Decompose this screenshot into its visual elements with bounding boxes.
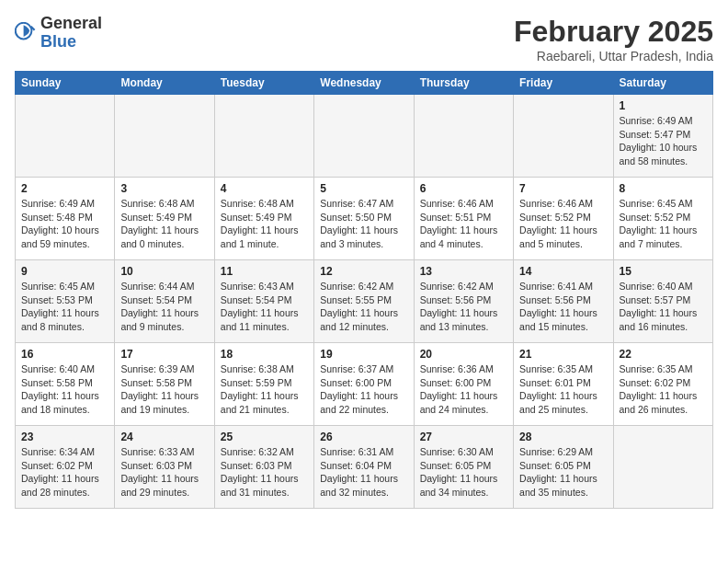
day-header-saturday: Saturday: [613, 72, 712, 95]
calendar-table: SundayMondayTuesdayWednesdayThursdayFrid…: [15, 71, 713, 509]
calendar-cell: [414, 95, 513, 178]
day-header-sunday: Sunday: [16, 72, 115, 95]
day-number: 2: [21, 182, 108, 195]
day-number: 19: [320, 348, 407, 361]
day-number: 1: [620, 99, 707, 112]
day-number: 25: [221, 431, 308, 443]
week-row-2: 2Sunrise: 6:49 AM Sunset: 5:48 PM Daylig…: [16, 178, 713, 260]
calendar-cell: [514, 95, 613, 178]
day-number: 10: [120, 265, 208, 278]
calendar-cell: 21Sunrise: 6:35 AM Sunset: 6:01 PM Dayli…: [514, 343, 613, 426]
calendar-cell: 17Sunrise: 6:39 AM Sunset: 5:58 PM Dayli…: [115, 343, 214, 426]
day-number: 20: [420, 348, 507, 361]
calendar-cell: 11Sunrise: 6:43 AM Sunset: 5:54 PM Dayli…: [214, 260, 313, 343]
day-info: Sunrise: 6:46 AM Sunset: 5:51 PM Dayligh…: [420, 197, 507, 251]
day-number: 23: [21, 431, 108, 443]
day-info: Sunrise: 6:33 AM Sunset: 6:03 PM Dayligh…: [120, 445, 208, 500]
day-number: 26: [320, 431, 407, 443]
calendar-cell: 22Sunrise: 6:35 AM Sunset: 6:02 PM Dayli…: [613, 343, 712, 426]
calendar-cell: 4Sunrise: 6:48 AM Sunset: 5:49 PM Daylig…: [214, 178, 313, 260]
calendar-cell: 27Sunrise: 6:30 AM Sunset: 6:05 PM Dayli…: [414, 426, 513, 509]
calendar-cell: 15Sunrise: 6:40 AM Sunset: 5:57 PM Dayli…: [613, 260, 712, 343]
day-number: 5: [320, 182, 407, 195]
calendar-cell: 18Sunrise: 6:38 AM Sunset: 5:59 PM Dayli…: [214, 343, 313, 426]
day-number: 16: [21, 348, 108, 361]
day-info: Sunrise: 6:35 AM Sunset: 6:01 PM Dayligh…: [519, 362, 607, 417]
day-number: 28: [519, 431, 607, 443]
calendar-cell: 3Sunrise: 6:48 AM Sunset: 5:49 PM Daylig…: [115, 178, 214, 260]
calendar-cell: 23Sunrise: 6:34 AM Sunset: 6:02 PM Dayli…: [16, 426, 115, 509]
day-info: Sunrise: 6:31 AM Sunset: 6:04 PM Dayligh…: [320, 445, 407, 500]
week-row-4: 16Sunrise: 6:40 AM Sunset: 5:58 PM Dayli…: [16, 343, 713, 426]
day-number: 11: [221, 265, 308, 278]
calendar-cell: 16Sunrise: 6:40 AM Sunset: 5:58 PM Dayli…: [16, 343, 115, 426]
week-row-1: 1Sunrise: 6:49 AM Sunset: 5:47 PM Daylig…: [16, 95, 713, 178]
day-info: Sunrise: 6:42 AM Sunset: 5:55 PM Dayligh…: [320, 280, 407, 334]
day-header-monday: Monday: [115, 72, 214, 95]
day-info: Sunrise: 6:43 AM Sunset: 5:54 PM Dayligh…: [221, 280, 308, 334]
calendar-cell: 9Sunrise: 6:45 AM Sunset: 5:53 PM Daylig…: [16, 260, 115, 343]
calendar-cell: 26Sunrise: 6:31 AM Sunset: 6:04 PM Dayli…: [314, 426, 414, 509]
calendar-cell: 6Sunrise: 6:46 AM Sunset: 5:51 PM Daylig…: [414, 178, 513, 260]
calendar-cell: 8Sunrise: 6:45 AM Sunset: 5:52 PM Daylig…: [613, 178, 712, 260]
day-info: Sunrise: 6:46 AM Sunset: 5:52 PM Dayligh…: [519, 197, 607, 251]
calendar-cell: 1Sunrise: 6:49 AM Sunset: 5:47 PM Daylig…: [613, 95, 712, 178]
day-number: 3: [120, 182, 208, 195]
day-info: Sunrise: 6:41 AM Sunset: 5:56 PM Dayligh…: [519, 280, 607, 334]
day-number: 13: [420, 265, 507, 278]
day-number: 9: [21, 265, 108, 278]
calendar-cell: 24Sunrise: 6:33 AM Sunset: 6:03 PM Dayli…: [115, 426, 214, 509]
day-header-thursday: Thursday: [414, 72, 513, 95]
day-number: 15: [620, 265, 707, 278]
page-header: General Blue February 2025 Raebareli, Ut…: [15, 15, 713, 63]
day-info: Sunrise: 6:32 AM Sunset: 6:03 PM Dayligh…: [221, 445, 308, 500]
day-info: Sunrise: 6:40 AM Sunset: 5:58 PM Dayligh…: [21, 362, 108, 417]
day-number: 12: [320, 265, 407, 278]
logo: General Blue: [15, 15, 102, 52]
logo-general: General: [40, 14, 102, 32]
day-number: 18: [221, 348, 308, 361]
day-info: Sunrise: 6:47 AM Sunset: 5:50 PM Dayligh…: [320, 197, 407, 251]
day-number: 7: [519, 182, 607, 195]
location: Raebareli, Uttar Pradesh, India: [514, 49, 713, 63]
calendar-cell: [214, 95, 313, 178]
day-info: Sunrise: 6:48 AM Sunset: 5:49 PM Dayligh…: [221, 197, 308, 251]
calendar-cell: 2Sunrise: 6:49 AM Sunset: 5:48 PM Daylig…: [16, 178, 115, 260]
calendar-cell: 19Sunrise: 6:37 AM Sunset: 6:00 PM Dayli…: [314, 343, 414, 426]
day-number: 4: [221, 182, 308, 195]
day-number: 24: [120, 431, 208, 443]
day-info: Sunrise: 6:36 AM Sunset: 6:00 PM Dayligh…: [420, 362, 507, 417]
day-info: Sunrise: 6:49 AM Sunset: 5:47 PM Dayligh…: [620, 114, 707, 168]
calendar-cell: [613, 426, 712, 509]
day-info: Sunrise: 6:45 AM Sunset: 5:52 PM Dayligh…: [620, 197, 707, 251]
calendar-cell: 14Sunrise: 6:41 AM Sunset: 5:56 PM Dayli…: [514, 260, 613, 343]
month-year: February 2025: [514, 15, 713, 49]
day-info: Sunrise: 6:44 AM Sunset: 5:54 PM Dayligh…: [120, 280, 208, 334]
title-block: February 2025 Raebareli, Uttar Pradesh, …: [514, 15, 713, 63]
calendar-cell: 10Sunrise: 6:44 AM Sunset: 5:54 PM Dayli…: [115, 260, 214, 343]
day-header-friday: Friday: [514, 72, 613, 95]
week-row-5: 23Sunrise: 6:34 AM Sunset: 6:02 PM Dayli…: [16, 426, 713, 509]
day-info: Sunrise: 6:38 AM Sunset: 5:59 PM Dayligh…: [221, 362, 308, 417]
calendar-cell: 28Sunrise: 6:29 AM Sunset: 6:05 PM Dayli…: [514, 426, 613, 509]
day-number: 21: [519, 348, 607, 361]
day-number: 6: [420, 182, 507, 195]
logo-blue: Blue: [40, 32, 76, 51]
day-number: 27: [420, 431, 507, 443]
logo-text: General Blue: [40, 15, 102, 52]
day-info: Sunrise: 6:40 AM Sunset: 5:57 PM Dayligh…: [620, 280, 707, 334]
day-info: Sunrise: 6:35 AM Sunset: 6:02 PM Dayligh…: [620, 362, 707, 417]
calendar-cell: [115, 95, 214, 178]
logo-icon: [15, 22, 37, 44]
day-info: Sunrise: 6:49 AM Sunset: 5:48 PM Dayligh…: [21, 197, 108, 251]
day-info: Sunrise: 6:37 AM Sunset: 6:00 PM Dayligh…: [320, 362, 407, 417]
calendar-cell: 25Sunrise: 6:32 AM Sunset: 6:03 PM Dayli…: [214, 426, 313, 509]
day-info: Sunrise: 6:39 AM Sunset: 5:58 PM Dayligh…: [120, 362, 208, 417]
calendar-cell: [16, 95, 115, 178]
day-number: 8: [620, 182, 707, 195]
day-info: Sunrise: 6:45 AM Sunset: 5:53 PM Dayligh…: [21, 280, 108, 334]
day-number: 22: [620, 348, 707, 361]
calendar-cell: 5Sunrise: 6:47 AM Sunset: 5:50 PM Daylig…: [314, 178, 414, 260]
calendar-cell: [314, 95, 414, 178]
calendar-cell: 12Sunrise: 6:42 AM Sunset: 5:55 PM Dayli…: [314, 260, 414, 343]
